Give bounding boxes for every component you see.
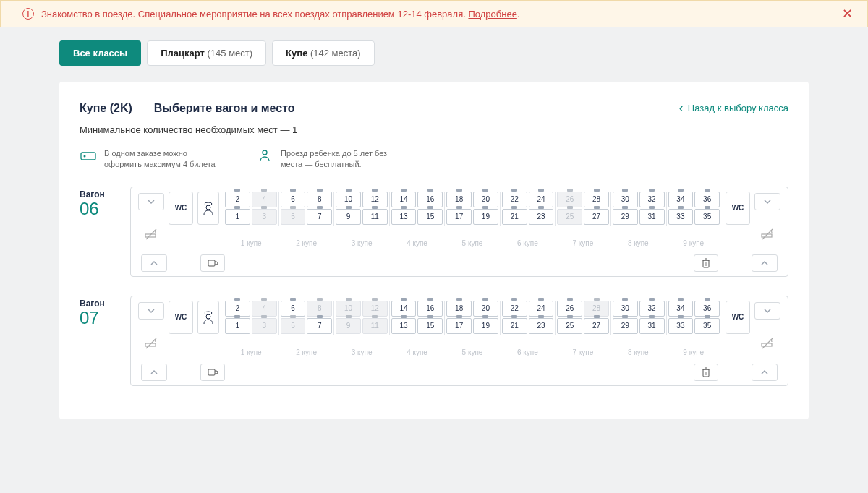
- seat-8[interactable]: 8: [307, 192, 332, 207]
- seat-35[interactable]: 35: [694, 318, 720, 334]
- coupe-1: 24 13: [224, 301, 278, 335]
- svg-point-17: [205, 312, 212, 314]
- seat-30[interactable]: 30: [613, 301, 638, 317]
- seat-1[interactable]: 1: [225, 209, 250, 225]
- seat-35[interactable]: 35: [694, 209, 720, 225]
- seat-32[interactable]: 32: [639, 301, 665, 317]
- coupe-label: 3 купе: [334, 348, 389, 356]
- seat-7[interactable]: 7: [307, 318, 332, 334]
- seat-27[interactable]: 27: [584, 209, 609, 225]
- banner-text: Знакомство в поезде. Специальное меропри…: [41, 9, 519, 20]
- wc-left: WC: [169, 192, 193, 225]
- banner-close-button[interactable]: ✕: [842, 6, 853, 22]
- seat-6[interactable]: 6: [281, 301, 306, 317]
- seat-12: 12: [362, 301, 388, 317]
- seat-32[interactable]: 32: [639, 192, 665, 207]
- class-title: Купе (2K): [80, 102, 132, 115]
- seat-23[interactable]: 23: [529, 318, 554, 334]
- seat-16[interactable]: 16: [417, 192, 443, 207]
- seat-28: 28: [584, 301, 609, 317]
- seat-36[interactable]: 36: [694, 192, 720, 207]
- back-to-class-link[interactable]: Назад к выбору класса: [679, 100, 788, 116]
- seat-4: 4: [252, 301, 277, 317]
- coupe-2: 68 57: [278, 192, 334, 226]
- seat-33[interactable]: 33: [668, 318, 694, 334]
- seat-24[interactable]: 24: [529, 301, 554, 317]
- scroll-left-up[interactable]: [138, 302, 164, 320]
- cup-icon: [207, 258, 218, 268]
- seat-21[interactable]: 21: [502, 209, 527, 225]
- seat-2[interactable]: 2: [225, 192, 250, 207]
- scroll-left-up[interactable]: [138, 193, 164, 210]
- seat-36[interactable]: 36: [694, 301, 720, 317]
- seat-9[interactable]: 9: [336, 209, 361, 225]
- seat-20[interactable]: 20: [473, 301, 498, 317]
- seat-29[interactable]: 29: [613, 318, 638, 334]
- scroll-left-down[interactable]: [141, 254, 167, 272]
- seat-10[interactable]: 10: [336, 192, 361, 207]
- trash-bin: [694, 254, 718, 272]
- seat-15[interactable]: 15: [417, 318, 443, 334]
- seat-17[interactable]: 17: [446, 318, 472, 334]
- seat-13[interactable]: 13: [391, 209, 417, 225]
- seat-5: 5: [281, 209, 306, 225]
- seat-15[interactable]: 15: [417, 209, 443, 225]
- seat-12[interactable]: 12: [362, 192, 388, 207]
- seat-34[interactable]: 34: [668, 192, 694, 207]
- seat-27[interactable]: 27: [584, 318, 609, 334]
- tab-kupe[interactable]: Купе (142 места): [272, 40, 375, 66]
- seat-2[interactable]: 2: [225, 301, 250, 317]
- scroll-right-up[interactable]: [754, 302, 780, 320]
- seat-17[interactable]: 17: [446, 209, 472, 225]
- seat-14[interactable]: 14: [391, 301, 417, 317]
- banner-more-link[interactable]: Подробнее: [468, 9, 516, 20]
- seat-16[interactable]: 16: [417, 301, 443, 317]
- seat-21[interactable]: 21: [502, 318, 527, 334]
- scroll-right-down[interactable]: [752, 254, 778, 272]
- seat-1[interactable]: 1: [225, 318, 250, 334]
- coupe-label: 5 купе: [445, 239, 500, 247]
- scroll-right-down[interactable]: [752, 364, 778, 381]
- seat-18[interactable]: 18: [446, 192, 472, 207]
- svg-point-6: [206, 205, 210, 210]
- seat-11[interactable]: 11: [362, 209, 388, 225]
- seat-3: 3: [252, 318, 277, 334]
- seat-25: 25: [557, 209, 582, 225]
- seat-13[interactable]: 13: [391, 318, 417, 334]
- no-smoking-icon: [760, 226, 775, 242]
- seat-30[interactable]: 30: [613, 192, 638, 207]
- seat-33[interactable]: 33: [668, 209, 694, 225]
- scroll-left-down[interactable]: [141, 364, 167, 381]
- seat-31[interactable]: 31: [639, 318, 665, 334]
- seat-20[interactable]: 20: [473, 192, 498, 207]
- svg-rect-9: [208, 260, 215, 266]
- seat-19[interactable]: 19: [473, 318, 498, 334]
- coupe-9: 3436 3335: [666, 301, 722, 335]
- seat-23[interactable]: 23: [529, 209, 554, 225]
- coupe-3: 1012 911: [333, 301, 389, 335]
- seat-18[interactable]: 18: [446, 301, 472, 317]
- seat-25[interactable]: 25: [557, 318, 582, 334]
- seat-31[interactable]: 31: [639, 209, 665, 225]
- no-smoking-icon: [143, 226, 159, 242]
- seat-6[interactable]: 6: [281, 192, 306, 207]
- seat-28[interactable]: 28: [584, 192, 609, 207]
- seat-14[interactable]: 14: [391, 192, 417, 207]
- seat-29[interactable]: 29: [613, 209, 638, 225]
- seat-22[interactable]: 22: [502, 192, 527, 207]
- svg-rect-21: [208, 369, 215, 375]
- seat-34[interactable]: 34: [668, 301, 694, 317]
- tab-platzkart[interactable]: Плацкарт (145 мест): [147, 40, 266, 66]
- info-child-free: Проезд ребенка до 5 лет без места — бесп…: [256, 148, 396, 171]
- seat-24[interactable]: 24: [529, 192, 554, 207]
- seat-26[interactable]: 26: [557, 301, 582, 317]
- coupe-label: 1 купе: [224, 348, 278, 356]
- seat-22[interactable]: 22: [502, 301, 527, 317]
- cup-icon: [207, 367, 218, 377]
- wagon-block-06: Вагон 06 WC 24 13 68 57: [80, 187, 788, 277]
- tab-all-classes[interactable]: Все классы: [59, 40, 141, 66]
- seat-19[interactable]: 19: [473, 209, 498, 225]
- seat-7[interactable]: 7: [307, 209, 332, 225]
- seat-11: 11: [362, 318, 388, 334]
- scroll-right-up[interactable]: [754, 193, 780, 210]
